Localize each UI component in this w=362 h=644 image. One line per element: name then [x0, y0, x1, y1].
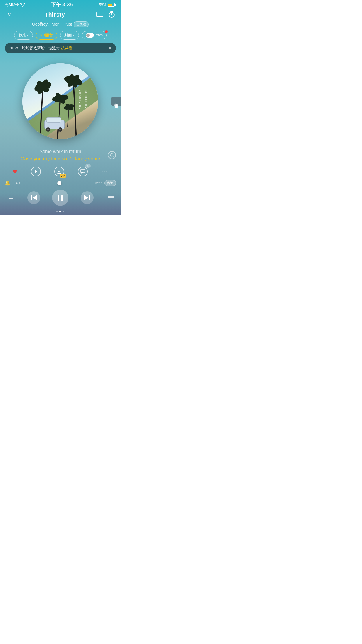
download-button[interactable]: VIP	[54, 167, 64, 176]
battery-percent: 58%	[99, 3, 106, 7]
svg-point-25	[47, 129, 49, 130]
serial-button[interactable]: 串串	[82, 31, 107, 39]
svg-rect-42	[89, 195, 90, 200]
banner-link[interactable]: 试试看	[61, 46, 72, 50]
heart-icon: ♥	[13, 167, 17, 176]
svg-line-31	[113, 156, 114, 157]
play-video-button[interactable]	[31, 167, 41, 176]
comment-icon	[78, 167, 88, 176]
svg-rect-39	[58, 195, 59, 201]
similar-songs-tab[interactable]: 相似歌曲	[111, 97, 121, 106]
vip-badge: VIP	[60, 174, 66, 178]
pause-icon	[57, 195, 63, 201]
queue-button[interactable]	[106, 192, 116, 203]
time-current: 1:49	[13, 181, 21, 185]
svg-rect-40	[61, 195, 63, 201]
svg-point-35	[82, 171, 83, 172]
toggle-icon	[86, 33, 94, 38]
next-icon	[84, 195, 90, 200]
svg-text:COASTLINE: COASTLINE	[79, 90, 82, 110]
next-button[interactable]	[81, 191, 94, 204]
page-dot-2	[59, 211, 61, 212]
queue-icon	[108, 196, 114, 200]
status-left: 无SIM卡	[5, 2, 25, 8]
song-title: Thirsty	[45, 11, 65, 18]
artist-names[interactable]: Geoffroy、Men I Trust	[32, 22, 72, 27]
lyric-line-1[interactable]: Some work in return	[5, 149, 116, 154]
album-wrapper: COASTLINE GEOFFROY 相似歌曲	[0, 55, 121, 147]
svg-point-34	[82, 171, 82, 172]
progress-section: 🔔 1:49 3:27 倍速	[0, 178, 121, 187]
banner-text: NEW！蛇蛇音效新增一键派对 试试看	[9, 46, 107, 51]
svg-rect-38	[31, 195, 32, 200]
album-art[interactable]: COASTLINE GEOFFROY	[22, 63, 98, 139]
chevron-down-icon: ▾	[73, 34, 75, 37]
lyric-search-icon[interactable]	[108, 151, 116, 159]
banner-prefix: NEW！蛇蛇音效新增一键派对	[9, 46, 60, 50]
svg-marker-41	[84, 195, 88, 200]
svg-text:GEOFFROY: GEOFFROY	[85, 90, 87, 109]
promo-banner: NEW！蛇蛇音效新增一键派对 试试看 ×	[5, 43, 116, 53]
pause-button[interactable]	[52, 190, 68, 206]
svg-line-19	[68, 107, 69, 127]
svg-point-27	[59, 129, 61, 130]
previous-button[interactable]	[27, 191, 40, 204]
svg-marker-37	[33, 195, 37, 200]
page-dot-1	[56, 211, 58, 212]
previous-icon	[31, 195, 37, 200]
collapse-button[interactable]: ∨	[5, 11, 14, 18]
toggle-knob	[86, 34, 90, 37]
comment-count: 37	[85, 164, 91, 168]
status-bar: 无SIM卡 下午 3:36 58%	[0, 0, 121, 9]
progress-bar[interactable]	[23, 183, 92, 183]
status-time: 下午 3:36	[51, 2, 73, 8]
progress-thumb	[57, 181, 61, 185]
controls-row	[0, 187, 121, 209]
action-row: ♥ VIP	[0, 164, 121, 178]
progress-fill	[23, 183, 59, 183]
filter-cover[interactable]: 封面 ▾	[60, 31, 79, 40]
time-total: 3:27	[94, 181, 102, 185]
screen-mirror-button[interactable]	[96, 10, 104, 19]
speed-button[interactable]: 倍速	[104, 180, 116, 186]
wifi-icon	[20, 3, 25, 7]
artist-row: Geoffroy、Men I Trust 已关注	[0, 21, 121, 30]
filter-tabs: 标准 ▾ 3D丽音 封面 ▾ 串串	[0, 30, 121, 42]
notification-dot	[105, 30, 108, 33]
like-button[interactable]: ♥	[13, 167, 17, 176]
filter-standard[interactable]: 标准 ▾	[14, 31, 33, 40]
battery-fill	[108, 4, 112, 6]
svg-rect-0	[97, 12, 103, 17]
svg-line-8	[40, 87, 43, 139]
comment-button[interactable]: 37	[78, 167, 88, 176]
more-button[interactable]: ···	[101, 168, 108, 175]
bell-icon[interactable]: 🔔	[5, 180, 10, 186]
banner-close-button[interactable]: ×	[109, 46, 111, 51]
battery-cap	[115, 4, 116, 6]
app-container: 无SIM卡 下午 3:36 58% ∨ Thirsty	[0, 0, 121, 215]
timer-button[interactable]	[107, 10, 116, 19]
album-art-inner: COASTLINE GEOFFROY	[22, 63, 98, 139]
lyric-line-2[interactable]: Gave you my time so I'd fancy some	[5, 156, 116, 162]
svg-point-36	[83, 171, 84, 172]
svg-rect-23	[46, 117, 61, 123]
svg-marker-32	[35, 170, 37, 173]
more-icon: ···	[101, 168, 108, 175]
carrier-text: 无SIM卡	[5, 2, 19, 8]
nav-icons	[96, 10, 116, 19]
lyrics-section: Some work in return Gave you my time so …	[0, 147, 121, 164]
page-dot-3	[63, 211, 64, 212]
shuffle-icon	[7, 197, 13, 199]
shuffle-button[interactable]	[5, 192, 15, 203]
chevron-down-icon: ▾	[27, 34, 29, 37]
palm-trees: COASTLINE GEOFFROY	[22, 63, 98, 139]
status-right: 58%	[99, 3, 116, 7]
battery-icon	[108, 3, 116, 7]
page-indicator	[0, 209, 121, 215]
follow-badge[interactable]: 已关注	[74, 21, 89, 27]
top-nav: ∨ Thirsty	[0, 9, 121, 21]
svg-line-12	[73, 81, 76, 139]
filter-3d[interactable]: 3D丽音	[36, 31, 57, 40]
play-video-icon	[31, 167, 41, 176]
